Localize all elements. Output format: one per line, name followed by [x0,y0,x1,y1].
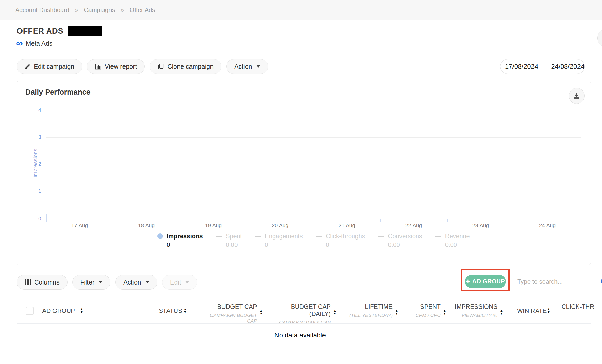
table-search [514,275,588,289]
legend-label: Click-throughs [326,233,365,240]
page-title: OFFER ADS [17,27,63,36]
view-report-button[interactable]: View report [87,59,145,74]
column-header-win-rate[interactable]: WIN RATE [517,307,547,314]
edit-campaign-button[interactable]: Edit campaign [17,59,82,74]
filter-label: Filter [80,279,95,286]
sort-icon-ad-group[interactable]: ▲▼ [80,308,83,313]
add-ad-group-button[interactable]: + AD GROUP [465,275,506,288]
breadcrumb-separator: » [121,6,124,14]
x-tick [514,219,514,222]
edge-partial-button[interactable] [597,29,602,48]
daily-performance-card: Daily Performance 4 3 2 1 0 Impressions … [17,81,591,265]
gridline [46,110,581,110]
table-action-dropdown-button[interactable]: Action [115,275,157,290]
edit-dropdown-button[interactable]: Edit [162,275,197,290]
legend-label: Engagements [265,233,303,240]
x-tick-label: 18 Aug [113,222,180,229]
x-tick-label: 24 Aug [514,222,581,229]
x-tick [113,219,113,222]
column-header-lifetime[interactable]: LIFETIME (TILL YESTERDAY) [340,303,393,318]
legend-value: 0.00 [226,241,242,248]
gridline [46,164,581,164]
legend-item-revenue[interactable]: Revenue 0.00 [435,233,470,248]
clone-campaign-button[interactable]: Clone campaign [150,59,221,74]
filter-dropdown-button[interactable]: Filter [72,275,111,290]
select-all-checkbox[interactable] [26,307,34,315]
breadcrumb-account-dashboard[interactable]: Account Dashboard [15,6,69,14]
column-header-ad-group[interactable]: AD GROUP [42,307,75,314]
columns-icon [25,279,31,285]
gridline [46,191,581,191]
table-toolbar: Columns Filter Action Edit [17,275,197,290]
annotation-highlight-box: + AD GROUP [461,269,510,291]
pencil-icon [25,63,31,70]
campaign-actions: Edit campaign View report Clone campaign… [17,59,268,74]
legend-marker-dash [216,236,222,237]
columns-button[interactable]: Columns [17,275,68,290]
date-range-picker[interactable]: 17/08/2024 – 24/08/2024 [500,59,585,74]
x-tick [314,219,314,222]
legend-item-engagements[interactable]: Engagements 0 [255,233,303,248]
sort-icon-budget-cap-daily[interactable]: ▲▼ [333,309,337,315]
x-tick [46,219,47,222]
legend-value: 0.00 [445,241,470,248]
column-label: STATUS [159,307,182,314]
legend-marker-dash [255,236,261,237]
x-tick-label: 17 Aug [46,222,113,229]
legend-value: 0 [166,241,203,248]
legend-value: 0 [326,241,365,248]
clone-icon [158,63,164,70]
column-header-status[interactable]: STATUS [159,307,182,314]
table-divider [17,293,591,293]
legend-label: Revenue [445,233,470,240]
column-header-budget-cap[interactable]: BUDGET CAP CAMPAIGN BUDGET CAP [202,303,257,324]
x-tick-label: 20 Aug [247,222,314,229]
column-header-spent[interactable]: SPENT CPM / CPC [391,303,441,318]
column-sublabel: CPM / CPC [391,313,441,318]
y-tick-label: 0 [28,216,41,222]
date-end: 24/08/2024 [551,63,584,71]
columns-label: Columns [34,279,60,286]
download-chart-button[interactable] [569,88,585,104]
column-header-click-throughs[interactable]: CLICK-THR [562,303,594,310]
y-axis-tick [46,214,47,219]
breadcrumb-campaigns[interactable]: Campaigns [84,6,115,14]
action-dropdown-button[interactable]: Action [226,59,268,74]
sort-icon-impressions[interactable]: ▲▼ [500,309,503,315]
breadcrumb-offer-ads: Offer Ads [130,6,155,14]
action-label: Action [234,63,252,70]
column-header-budget-cap-daily[interactable]: BUDGET CAP (DAILY) CAMPAIGN DAILY CAP [277,303,331,325]
redacted-campaign-id [68,26,102,36]
table-action-label: Action [123,279,141,286]
sort-icon-win-rate[interactable]: ▲▼ [547,308,550,313]
sort-icon-budget-cap[interactable]: ▲▼ [259,309,263,315]
gridline [46,137,581,138]
date-start: 17/08/2024 [505,63,538,71]
breadcrumb-separator: » [75,6,78,14]
column-label: AD GROUP [42,307,75,314]
legend-item-conversions[interactable]: Conversions 0.00 [378,233,422,248]
platform-row: ∞ Meta Ads [16,39,52,48]
table-header-underline [17,323,591,324]
x-tick [247,219,247,222]
column-label: LIFETIME [340,303,393,310]
sort-icon-spent[interactable]: ▲▼ [443,309,447,315]
platform-label: Meta Ads [26,40,52,47]
chart-title: Daily Performance [25,88,91,96]
legend-value: 0 [265,241,303,248]
legend-item-click-throughs[interactable]: Click-throughs 0 [316,233,365,248]
chevron-down-icon [256,65,260,68]
legend-item-spent[interactable]: Spent 0.00 [216,233,242,248]
column-sublabel: CAMPAIGN BUDGET CAP [202,313,257,324]
legend-label: Conversions [388,233,422,240]
search-input[interactable] [514,275,600,289]
x-tick-label: 21 Aug [314,222,380,229]
plus-icon: + [466,278,470,285]
search-icon[interactable] [600,278,602,286]
bar-chart-icon [95,63,102,70]
legend-item-impressions[interactable]: Impressions 0 [157,233,203,248]
column-header-impressions[interactable]: IMPRESSIONS VIEWABILITY % [446,303,497,318]
sort-icon-status[interactable]: ▲▼ [183,308,187,313]
x-tick [380,219,381,222]
table-header-row: AD GROUP ▲▼ STATUS ▲▼ BUDGET CAP CAMPAIG… [0,301,602,323]
